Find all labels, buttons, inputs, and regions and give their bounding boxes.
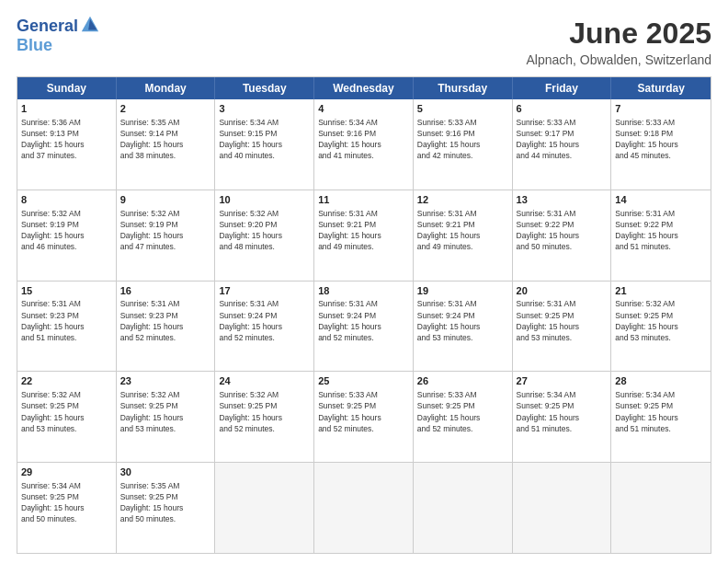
cell-w3-d7: 21Sunrise: 5:32 AM Sunset: 9:25 PM Dayli… [611,282,711,372]
cell-w1-d4: 4Sunrise: 5:34 AM Sunset: 9:16 PM Daylig… [314,99,414,190]
cell-w2-d2: 9Sunrise: 5:32 AM Sunset: 9:19 PM Daylig… [117,190,216,281]
cell-w1-d2: 2Sunrise: 5:35 AM Sunset: 9:14 PM Daylig… [117,99,216,190]
day-num-18: 18 [318,284,409,298]
title-block: June 2025 Alpnach, Obwalden, Switzerland [526,17,711,67]
day-num-23: 23 [120,374,211,388]
cell-info-21: Sunrise: 5:32 AM Sunset: 9:25 PM Dayligh… [615,299,678,341]
cell-info-25: Sunrise: 5:33 AM Sunset: 9:25 PM Dayligh… [318,390,381,432]
cell-info-13: Sunrise: 5:31 AM Sunset: 9:22 PM Dayligh… [517,209,580,251]
page: General Blue June 2025 Alpnach, Obwalden… [0,0,728,563]
cell-w3-d3: 17Sunrise: 5:31 AM Sunset: 9:24 PM Dayli… [215,282,314,372]
cell-w5-d4 [314,463,414,553]
cell-w5-d5 [414,463,513,553]
cell-info-23: Sunrise: 5:32 AM Sunset: 9:25 PM Dayligh… [120,390,184,432]
header-monday: Monday [117,77,216,99]
logo-blue-text: Blue [17,36,52,55]
cell-w1-d6: 6Sunrise: 5:33 AM Sunset: 9:17 PM Daylig… [513,99,612,190]
cell-info-24: Sunrise: 5:32 AM Sunset: 9:25 PM Dayligh… [219,390,282,432]
logo-general-text: General [17,17,78,36]
cell-w2-d5: 12Sunrise: 5:31 AM Sunset: 9:21 PM Dayli… [414,190,513,281]
cell-info-2: Sunrise: 5:35 AM Sunset: 9:14 PM Dayligh… [120,118,184,160]
cell-w5-d3 [215,463,314,553]
cell-w1-d7: 7Sunrise: 5:33 AM Sunset: 9:18 PM Daylig… [611,99,711,190]
calendar-header: Sunday Monday Tuesday Wednesday Thursday… [17,77,711,99]
week-row-5: 29Sunrise: 5:34 AM Sunset: 9:25 PM Dayli… [17,462,711,553]
cell-info-26: Sunrise: 5:33 AM Sunset: 9:25 PM Dayligh… [417,390,481,432]
week-row-2: 8Sunrise: 5:32 AM Sunset: 9:19 PM Daylig… [17,190,711,281]
day-num-6: 6 [517,102,608,116]
day-num-21: 21 [615,284,707,298]
day-num-15: 15 [21,284,112,298]
cell-w4-d7: 28Sunrise: 5:34 AM Sunset: 9:25 PM Dayli… [611,372,711,462]
cell-info-8: Sunrise: 5:32 AM Sunset: 9:19 PM Dayligh… [21,209,85,251]
day-num-13: 13 [517,193,608,207]
day-num-3: 3 [219,102,310,116]
header-saturday: Saturday [611,77,711,99]
cell-info-11: Sunrise: 5:31 AM Sunset: 9:21 PM Dayligh… [318,209,381,251]
logo-row: General [17,17,100,36]
cell-w4-d6: 27Sunrise: 5:34 AM Sunset: 9:25 PM Dayli… [513,372,612,462]
cell-info-27: Sunrise: 5:34 AM Sunset: 9:25 PM Dayligh… [517,390,580,432]
cell-info-28: Sunrise: 5:34 AM Sunset: 9:25 PM Dayligh… [615,390,678,432]
cell-w2-d4: 11Sunrise: 5:31 AM Sunset: 9:21 PM Dayli… [314,190,414,281]
cell-w2-d3: 10Sunrise: 5:32 AM Sunset: 9:20 PM Dayli… [215,190,314,281]
day-num-24: 24 [219,374,310,388]
week-row-4: 22Sunrise: 5:32 AM Sunset: 9:25 PM Dayli… [17,371,711,462]
cell-info-6: Sunrise: 5:33 AM Sunset: 9:17 PM Dayligh… [517,118,580,160]
day-num-7: 7 [615,102,707,116]
cell-w4-d4: 25Sunrise: 5:33 AM Sunset: 9:25 PM Dayli… [314,372,414,462]
logo-blue-row: Blue [17,36,52,55]
day-num-17: 17 [219,284,310,298]
cell-info-15: Sunrise: 5:31 AM Sunset: 9:23 PM Dayligh… [21,299,85,341]
cell-w4-d3: 24Sunrise: 5:32 AM Sunset: 9:25 PM Dayli… [215,372,314,462]
cell-w4-d1: 22Sunrise: 5:32 AM Sunset: 9:25 PM Dayli… [17,372,117,462]
cell-info-10: Sunrise: 5:32 AM Sunset: 9:20 PM Dayligh… [219,209,282,251]
day-num-5: 5 [417,102,508,116]
day-num-8: 8 [21,193,112,207]
day-num-10: 10 [219,193,310,207]
day-num-20: 20 [517,284,608,298]
day-num-12: 12 [417,193,508,207]
calendar-body: 1Sunrise: 5:36 AM Sunset: 9:13 PM Daylig… [17,99,711,553]
cell-info-19: Sunrise: 5:31 AM Sunset: 9:24 PM Dayligh… [417,299,481,341]
day-num-14: 14 [615,193,707,207]
cell-info-5: Sunrise: 5:33 AM Sunset: 9:16 PM Dayligh… [417,118,481,160]
cell-w2-d7: 14Sunrise: 5:31 AM Sunset: 9:22 PM Dayli… [611,190,711,281]
day-num-16: 16 [120,284,211,298]
cell-info-12: Sunrise: 5:31 AM Sunset: 9:21 PM Dayligh… [417,209,481,251]
cell-info-16: Sunrise: 5:31 AM Sunset: 9:23 PM Dayligh… [120,299,184,341]
week-row-1: 1Sunrise: 5:36 AM Sunset: 9:13 PM Daylig… [17,99,711,190]
header-sunday: Sunday [17,77,117,99]
cell-info-9: Sunrise: 5:32 AM Sunset: 9:19 PM Dayligh… [120,209,184,251]
cell-info-30: Sunrise: 5:35 AM Sunset: 9:25 PM Dayligh… [120,481,184,523]
cell-info-18: Sunrise: 5:31 AM Sunset: 9:24 PM Dayligh… [318,299,381,341]
header-friday: Friday [513,77,612,99]
cell-w1-d3: 3Sunrise: 5:34 AM Sunset: 9:15 PM Daylig… [215,99,314,190]
cell-w3-d1: 15Sunrise: 5:31 AM Sunset: 9:23 PM Dayli… [17,282,117,372]
day-num-11: 11 [318,193,409,207]
day-num-1: 1 [21,102,112,116]
day-num-9: 9 [120,193,211,207]
week-row-3: 15Sunrise: 5:31 AM Sunset: 9:23 PM Dayli… [17,281,711,372]
cell-info-17: Sunrise: 5:31 AM Sunset: 9:24 PM Dayligh… [219,299,282,341]
calendar: Sunday Monday Tuesday Wednesday Thursday… [17,76,711,554]
cell-w3-d4: 18Sunrise: 5:31 AM Sunset: 9:24 PM Dayli… [314,282,414,372]
day-num-29: 29 [21,465,112,479]
day-num-28: 28 [615,374,707,388]
cell-w5-d7 [611,463,711,553]
cell-w2-d6: 13Sunrise: 5:31 AM Sunset: 9:22 PM Dayli… [513,190,612,281]
cell-w4-d2: 23Sunrise: 5:32 AM Sunset: 9:25 PM Dayli… [117,372,216,462]
day-num-25: 25 [318,374,409,388]
cell-w5-d2: 30Sunrise: 5:35 AM Sunset: 9:25 PM Dayli… [117,463,216,553]
day-num-26: 26 [417,374,508,388]
header-wednesday: Wednesday [314,77,414,99]
cell-info-3: Sunrise: 5:34 AM Sunset: 9:15 PM Dayligh… [219,118,282,160]
logo-icon [80,15,100,35]
day-num-22: 22 [21,374,112,388]
cell-info-14: Sunrise: 5:31 AM Sunset: 9:22 PM Dayligh… [615,209,678,251]
cell-info-7: Sunrise: 5:33 AM Sunset: 9:18 PM Dayligh… [615,118,678,160]
cell-w2-d1: 8Sunrise: 5:32 AM Sunset: 9:19 PM Daylig… [17,190,117,281]
day-num-2: 2 [120,102,211,116]
cell-w3-d5: 19Sunrise: 5:31 AM Sunset: 9:24 PM Dayli… [414,282,513,372]
location: Alpnach, Obwalden, Switzerland [526,52,711,67]
